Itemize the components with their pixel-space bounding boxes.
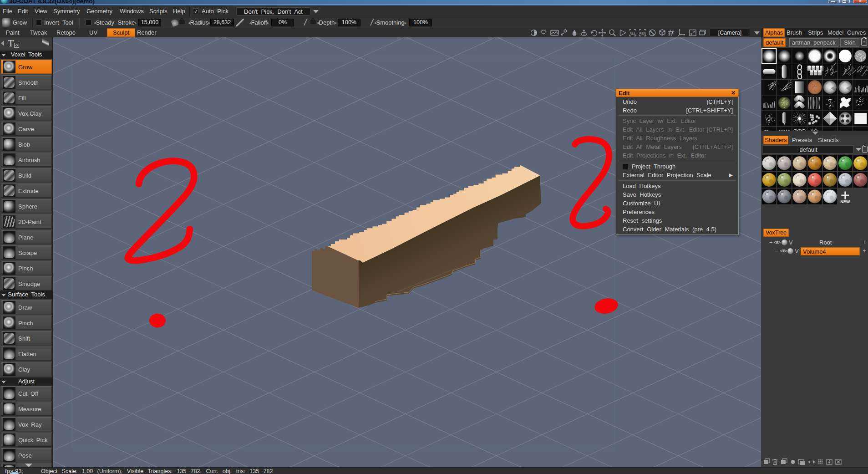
svg-text:ALL: ALL xyxy=(629,31,635,36)
svg-text:PEN: PEN xyxy=(639,31,646,36)
svg-text:NEW: NEW xyxy=(840,199,850,204)
